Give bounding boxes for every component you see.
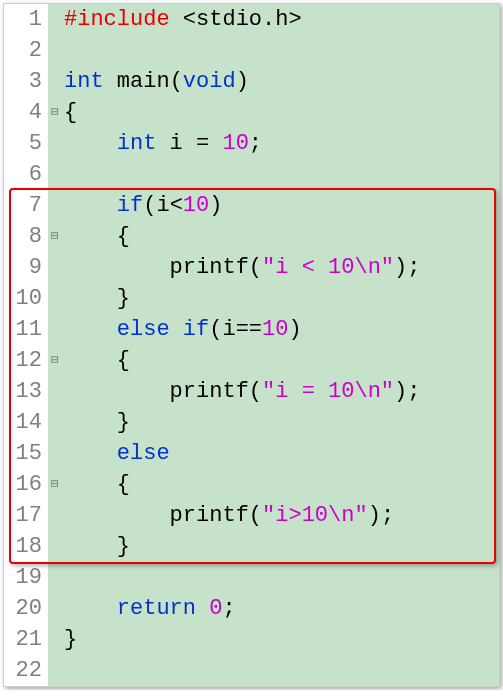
token-ident xyxy=(64,534,117,559)
token-punc: ; xyxy=(249,131,262,156)
token-punc: } xyxy=(117,410,130,435)
fold-marker xyxy=(48,655,62,686)
code-content[interactable]: else xyxy=(62,438,499,469)
code-line: 16⊟ { xyxy=(4,469,499,500)
fold-marker[interactable]: ⊟ xyxy=(48,469,62,500)
token-str: "i < 10\n" xyxy=(262,255,394,280)
fold-marker xyxy=(48,128,62,159)
code-content[interactable]: printf("i>10\n"); xyxy=(62,500,499,531)
code-line: 4⊟{ xyxy=(4,97,499,128)
token-type: int xyxy=(64,69,104,94)
token-ident xyxy=(64,317,117,342)
code-line: 7 if(i<10) xyxy=(4,190,499,221)
token-punc: ) xyxy=(394,379,407,404)
token-keyword: if xyxy=(183,317,209,342)
code-content[interactable]: return 0; xyxy=(62,593,499,624)
code-line: 12⊟ { xyxy=(4,345,499,376)
code-content[interactable]: if(i<10) xyxy=(62,190,499,221)
token-ident xyxy=(170,317,183,342)
token-punc: ( xyxy=(143,193,156,218)
code-content[interactable]: printf("i = 10\n"); xyxy=(62,376,499,407)
code-line: 22 xyxy=(4,655,499,686)
code-content[interactable]: int i = 10; xyxy=(62,128,499,159)
code-line: 3int main(void) xyxy=(4,66,499,97)
code-content[interactable] xyxy=(62,655,499,686)
token-str: "i = 10\n" xyxy=(262,379,394,404)
token-punc: ( xyxy=(249,503,262,528)
line-number: 9 xyxy=(4,252,48,283)
code-content[interactable]: #include <stdio.h> xyxy=(62,4,499,35)
token-punc: } xyxy=(117,534,130,559)
token-punc: ) xyxy=(209,193,222,218)
token-ident xyxy=(209,131,222,156)
token-punc: ; xyxy=(381,503,394,528)
token-num: 10 xyxy=(222,131,248,156)
code-content[interactable]: } xyxy=(62,283,499,314)
fold-marker xyxy=(48,159,62,190)
code-content[interactable] xyxy=(62,35,499,66)
line-number: 12 xyxy=(4,345,48,376)
code-content[interactable]: } xyxy=(62,624,499,655)
token-punc: ) xyxy=(394,255,407,280)
fold-marker[interactable]: ⊟ xyxy=(48,97,62,128)
token-punc: ) xyxy=(368,503,381,528)
line-number: 6 xyxy=(4,159,48,190)
line-number: 15 xyxy=(4,438,48,469)
token-ident xyxy=(64,472,117,497)
line-number: 5 xyxy=(4,128,48,159)
token-ident: printf xyxy=(64,503,249,528)
code-content[interactable]: { xyxy=(62,345,499,376)
code-line: 17 printf("i>10\n"); xyxy=(4,500,499,531)
code-line: 14 } xyxy=(4,407,499,438)
code-content[interactable]: printf("i < 10\n"); xyxy=(62,252,499,283)
code-content[interactable]: } xyxy=(62,531,499,562)
fold-marker[interactable]: ⊟ xyxy=(48,345,62,376)
token-ident: main xyxy=(104,69,170,94)
code-content[interactable]: } xyxy=(62,407,499,438)
token-punc: ( xyxy=(249,255,262,280)
code-content[interactable] xyxy=(62,562,499,593)
code-content[interactable]: else if(i==10) xyxy=(62,314,499,345)
token-punc: ( xyxy=(209,317,222,342)
fold-marker xyxy=(48,283,62,314)
code-line: 11 else if(i==10) xyxy=(4,314,499,345)
token-ident xyxy=(64,286,117,311)
line-number: 4 xyxy=(4,97,48,128)
code-content[interactable]: { xyxy=(62,469,499,500)
line-number: 1 xyxy=(4,4,48,35)
token-punc: { xyxy=(117,348,130,373)
token-keyword: if xyxy=(117,193,143,218)
line-number: 8 xyxy=(4,221,48,252)
token-punc: { xyxy=(64,100,77,125)
token-angle: <stdio.h> xyxy=(183,7,302,32)
fold-marker xyxy=(48,314,62,345)
token-str: "i>10\n" xyxy=(262,503,368,528)
token-punc: { xyxy=(117,224,130,249)
token-num: 0 xyxy=(209,596,222,621)
token-ident xyxy=(64,410,117,435)
token-punc: ) xyxy=(236,69,249,94)
token-ident xyxy=(196,596,209,621)
token-keyword: void xyxy=(183,69,236,94)
code-content[interactable]: { xyxy=(62,97,499,128)
fold-marker xyxy=(48,66,62,97)
fold-marker xyxy=(48,624,62,655)
fold-marker xyxy=(48,376,62,407)
fold-marker xyxy=(48,562,62,593)
code-line: 2 xyxy=(4,35,499,66)
code-editor: 1#include <stdio.h>23int main(void)4⊟{5 … xyxy=(3,3,500,687)
code-content[interactable] xyxy=(62,159,499,190)
code-content[interactable]: { xyxy=(62,221,499,252)
fold-marker xyxy=(48,4,62,35)
line-number: 2 xyxy=(4,35,48,66)
token-ident xyxy=(64,441,117,466)
token-ident: printf xyxy=(64,255,249,280)
line-number: 19 xyxy=(4,562,48,593)
line-number: 17 xyxy=(4,500,48,531)
token-punc: ( xyxy=(249,379,262,404)
token-punc: ( xyxy=(170,69,183,94)
code-line: 18 } xyxy=(4,531,499,562)
fold-marker xyxy=(48,500,62,531)
fold-marker[interactable]: ⊟ xyxy=(48,221,62,252)
code-content[interactable]: int main(void) xyxy=(62,66,499,97)
